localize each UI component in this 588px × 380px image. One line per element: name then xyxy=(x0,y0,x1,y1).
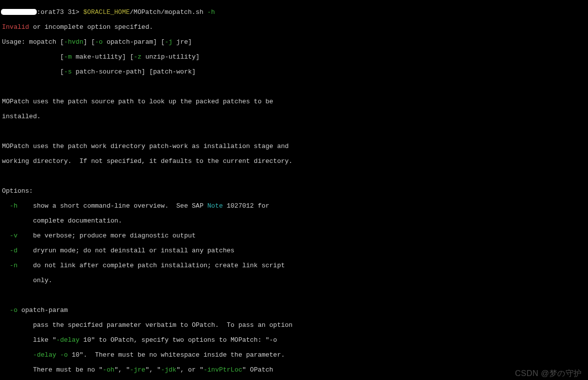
blank-line xyxy=(2,83,586,90)
blank-line xyxy=(2,292,586,299)
para-source-1: MOPatch uses the patch source path to lo… xyxy=(2,98,586,105)
usage-line-2: [-m make-utility] [-z unzip-utility] xyxy=(2,53,586,61)
flag-h: -h xyxy=(207,8,215,16)
opt-o-4: There must be no "-oh", "-jre", "-jdk", … xyxy=(2,366,586,374)
watermark-text: CSDN @梦の守护 xyxy=(515,370,582,377)
opt-o-head: -o opatch-param xyxy=(2,306,586,314)
terminal-output[interactable]: :orat73 31> $ORACLE_HOME/MOPatch/mopatch… xyxy=(0,0,588,380)
opt-d-line: -d dryrun mode; do not deinstall or inst… xyxy=(2,247,586,254)
opt-h-line-1: -h show a short command-line overview. S… xyxy=(2,202,586,210)
opt-v-line: -v be verbose; produce more diagnostic o… xyxy=(2,232,586,239)
host-redaction xyxy=(1,9,37,15)
error-line: Invalid or incomplete option specified. xyxy=(2,23,586,31)
usage-line-1: Usage: mopatch [-hvdn] [-o opatch-param]… xyxy=(2,38,586,46)
opt-h-line-2: complete documentation. xyxy=(2,217,586,225)
opt-o-3: -delay -o 10". There must be no whitespa… xyxy=(2,351,586,359)
para-work-1: MOPatch uses the patch work directory pa… xyxy=(2,143,586,150)
opt-n-line-1: -n do not link after complete patch inst… xyxy=(2,262,586,269)
opt-o-2: like "-delay 10" to OPatch, specify two … xyxy=(2,336,586,344)
usage-line-3: [-s patch-source-path] [patch-work] xyxy=(2,68,586,76)
blank-line xyxy=(2,128,586,135)
prompt-line-1: :orat73 31> $ORACLE_HOME/MOPatch/mopatch… xyxy=(2,8,586,16)
opt-o-1: pass the specified parameter verbatim to… xyxy=(2,321,586,329)
blank-line xyxy=(2,172,586,180)
para-source-2: installed. xyxy=(2,113,586,120)
error-word: Invalid xyxy=(2,23,29,31)
sap-note-link[interactable]: Note xyxy=(207,202,222,210)
opt-n-line-2: only. xyxy=(2,277,586,284)
env-var: $ORACLE_HOME xyxy=(83,8,130,16)
options-header: Options: xyxy=(2,187,586,195)
para-work-2: working directory. If not specified, it … xyxy=(2,157,586,165)
